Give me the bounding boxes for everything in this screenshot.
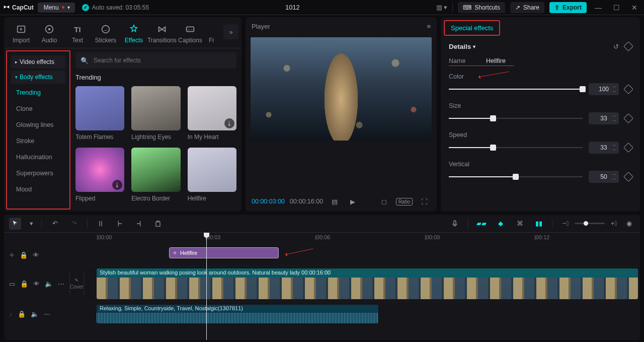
zoom-fit-icon[interactable]: ◉	[623, 218, 635, 230]
slider-vertical[interactable]	[449, 173, 583, 181]
video-preview[interactable]	[251, 37, 432, 141]
keyframe-icon[interactable]	[623, 84, 633, 94]
video-clip[interactable]: Stylish beautiful woman walking posing l…	[97, 268, 638, 299]
tool-delete[interactable]	[152, 218, 164, 230]
video-lane-icon[interactable]: ▭	[9, 280, 15, 288]
tool-trim-left[interactable]	[114, 218, 126, 230]
more-icon[interactable]: ⋯	[44, 310, 50, 318]
num-speed[interactable]: 33	[589, 142, 619, 154]
tool-redo[interactable]: ↷	[68, 218, 80, 230]
effects-lane-icon[interactable]: ✧	[9, 251, 15, 259]
eye-icon[interactable]: 👁	[33, 280, 40, 288]
keyframe-icon[interactable]	[623, 113, 633, 123]
tool-trim-right[interactable]	[133, 218, 145, 230]
search-input[interactable]	[93, 56, 231, 64]
lock-icon[interactable]: 🔒	[20, 280, 28, 288]
mute-icon[interactable]: 🔈	[31, 310, 39, 318]
mute-icon[interactable]: 🔈	[45, 280, 53, 288]
tool-snap1[interactable]: ▰▰	[475, 218, 488, 230]
tab-import[interactable]: Import	[7, 24, 35, 48]
player-menu-icon[interactable]: ≡	[427, 23, 431, 30]
keyframe-icon[interactable]	[623, 41, 633, 51]
app-name: CapCut	[12, 4, 34, 11]
menu-button[interactable]: Menu ▾	[38, 3, 75, 13]
sidebar-group-video-effects[interactable]: ▸Video effects	[11, 55, 65, 69]
window-maximize[interactable]: ☐	[610, 4, 623, 12]
zoom-slider[interactable]	[575, 223, 605, 224]
eye-icon[interactable]: 👁	[33, 251, 39, 259]
timeline-tracks[interactable]: |00:00 |00:03 |00:06 |00:09 |00:12 ✧ Hel…	[74, 233, 640, 340]
sidebar-group-body-effects[interactable]: ▾Body effects	[11, 71, 65, 84]
inspector-tab-special-effects[interactable]: Special effects	[444, 20, 500, 36]
tool-mic[interactable]	[449, 218, 461, 230]
num-size[interactable]: 33	[589, 112, 619, 124]
effect-card[interactable]: Totem Flames	[75, 86, 124, 141]
sidebar-item-clone[interactable]: Clone	[11, 102, 65, 116]
tool-undo[interactable]: ↶	[49, 218, 61, 230]
effect-card[interactable]: Lightning Eyes	[131, 86, 180, 141]
num-color[interactable]: 100	[589, 83, 619, 95]
sidebar-item-trending[interactable]: Trending	[11, 86, 65, 100]
playhead[interactable]	[206, 233, 207, 340]
lane-video[interactable]: Stylish beautiful woman walking posing l…	[74, 266, 640, 301]
details-header[interactable]: Details▾ ↺	[449, 43, 632, 50]
share-button[interactable]: ↗ Share	[510, 2, 544, 13]
tool-select[interactable]	[9, 218, 21, 230]
tab-stickers[interactable]: Stickers	[92, 24, 120, 48]
export-button[interactable]: ⇪ Export	[549, 2, 587, 13]
tab-captions[interactable]: Captions	[176, 24, 204, 48]
effect-card[interactable]: ⭳Flipped	[75, 148, 124, 202]
tool-magnet[interactable]: ▮▮	[533, 218, 545, 230]
tab-transitions[interactable]: Transitions	[148, 24, 176, 48]
sidebar-item-glowing[interactable]: Glowing lines	[11, 118, 65, 132]
reset-icon[interactable]: ↺	[613, 43, 619, 50]
zoom-in-icon[interactable]: +⃝	[608, 218, 620, 230]
project-title[interactable]: 1012	[285, 4, 300, 11]
zoom-out-icon[interactable]: −⃝	[559, 218, 572, 230]
slider-speed[interactable]	[449, 144, 583, 152]
more-icon[interactable]: ⋯	[58, 280, 64, 288]
window-minimize[interactable]: ―	[592, 4, 605, 12]
slider-color[interactable]	[449, 85, 583, 93]
crop-icon[interactable]: ◻	[378, 195, 391, 208]
search-box[interactable]: 🔍	[75, 52, 236, 69]
tab-text[interactable]: TIText	[63, 24, 92, 48]
keyframe-icon[interactable]	[623, 172, 633, 182]
ratio-button[interactable]: Ratio	[396, 198, 413, 206]
effect-card[interactable]: Hellfire	[188, 148, 236, 202]
download-icon[interactable]: ⭳	[112, 180, 122, 190]
play-icon[interactable]: ▶	[346, 195, 359, 208]
lock-icon[interactable]: 🔒	[18, 310, 26, 318]
num-vertical[interactable]: 50	[589, 171, 619, 183]
zoom-control[interactable]: −⃝ +⃝ ◉	[559, 218, 635, 230]
effect-clip[interactable]: ✧ Hellfire	[169, 247, 279, 258]
sidebar-item-mood[interactable]: Mood	[11, 182, 65, 196]
tab-filters[interactable]: Fi	[204, 37, 218, 48]
tab-effects[interactable]: Effects	[120, 24, 148, 48]
effect-card[interactable]: Electro Border	[131, 148, 180, 202]
shortcuts-button[interactable]: ⌨ Shortcuts	[458, 2, 505, 13]
lane-audio[interactable]: Relaxing, Simple, Countryside, Travel, N…	[74, 301, 640, 326]
layout-icon[interactable]: ▥ ▾	[436, 4, 448, 11]
tool-link[interactable]: ⌘	[514, 218, 526, 230]
time-ruler[interactable]: |00:00 |00:03 |00:06 |00:09 |00:12	[74, 233, 640, 244]
list-icon[interactable]: ▤	[328, 195, 341, 208]
slider-size[interactable]	[449, 114, 583, 122]
sidebar-item-hallucination[interactable]: Hallucination	[11, 150, 65, 164]
audio-lane-icon[interactable]: ♪	[9, 310, 13, 318]
lock-icon[interactable]: 🔒	[20, 251, 28, 259]
fullscreen-icon[interactable]: ⛶	[418, 195, 431, 208]
effect-card[interactable]: ⭳In My Heart	[188, 86, 236, 141]
tool-snap2[interactable]: ◆	[495, 218, 507, 230]
download-icon[interactable]: ⭳	[224, 118, 234, 128]
window-close[interactable]: ✕	[628, 4, 641, 12]
sidebar-item-stroke[interactable]: Stroke	[11, 134, 65, 148]
keyframe-icon[interactable]	[623, 143, 633, 153]
tool-split[interactable]	[95, 218, 107, 230]
lane-effects[interactable]: ✧ Hellfire	[74, 244, 640, 266]
audio-clip[interactable]: Relaxing, Simple, Countryside, Travel, N…	[97, 305, 378, 323]
sidebar-item-superpowers[interactable]: Superpowers	[11, 166, 65, 180]
tab-audio[interactable]: Audio	[35, 24, 63, 48]
tool-select-chevron[interactable]: ▾	[28, 218, 34, 230]
tabs-more[interactable]: »	[223, 24, 238, 39]
